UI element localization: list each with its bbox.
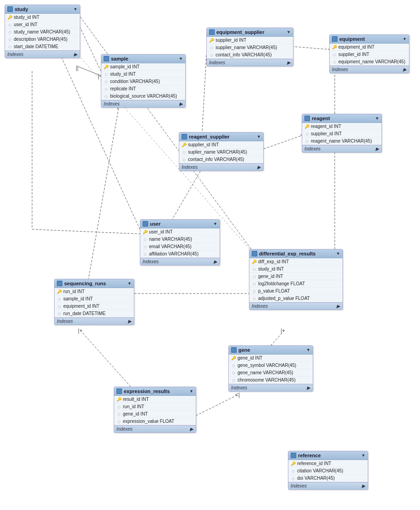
field-text: gene_symbol VARCHAR(45) (238, 363, 296, 368)
table-name-gene: gene (238, 347, 304, 353)
field-text: gene_id INT (238, 355, 262, 360)
dropdown-arrow-sample[interactable]: ▼ (179, 56, 183, 61)
fk-icon: ◇ (231, 371, 236, 375)
table-header-reagent[interactable]: reagent ▼ (302, 114, 381, 123)
dropdown-arrow-study[interactable]: ▼ (73, 7, 77, 11)
table-header-expression-results[interactable]: expression_results ▼ (114, 387, 196, 396)
table-reference[interactable]: reference ▼ 🔑 reference_id INT ◇ citatio… (288, 451, 368, 490)
indexes-arrow: ▶ (214, 259, 217, 264)
table-header-equipment[interactable]: equipment ▼ (330, 35, 409, 44)
dropdown-arrow-equipment-supplier[interactable]: ▼ (287, 30, 291, 34)
table-icon-sample (104, 56, 109, 61)
field-text: email VARCHAR(45) (149, 244, 192, 249)
field-text: study_name VARCHAR(45) (14, 29, 70, 34)
field-text: supplier_id INT (338, 52, 369, 57)
indexes-label: Indexes (252, 304, 268, 309)
svg-line-21 (170, 169, 202, 224)
table-row: ◇ suplier_name VARCHAR(45) (179, 149, 263, 156)
table-user[interactable]: user ▼ 🔑 user_id INT ◇ name VARCHAR(45) … (140, 219, 220, 266)
field-text: biological_source VARCHAR(45) (110, 94, 177, 99)
fk-icon: ◇ (182, 150, 186, 155)
fk-icon: ◇ (182, 157, 186, 162)
fk-icon: ◇ (104, 79, 108, 84)
indexes-row-equipment[interactable]: Indexes ▶ (330, 66, 409, 73)
table-equipment[interactable]: equipment ▼ 🔑 equipment_id INT ◇ supplie… (329, 34, 409, 73)
table-differential-exp-results[interactable]: differential_exp_results ▼ 🔑 diff_exp_id… (249, 249, 343, 310)
dropdown-arrow-user[interactable]: ▼ (213, 222, 217, 226)
field-text: user_id INT (14, 22, 38, 27)
indexes-arrow: ▶ (74, 52, 77, 57)
table-row: ◇ log2foldchange FLOAT (249, 280, 343, 288)
field-text: run_id INT (123, 404, 144, 409)
fk-icon: ◇ (7, 37, 12, 42)
table-header-reference[interactable]: reference ▼ (288, 451, 368, 460)
table-sequencing-runs[interactable]: sequencing_runs ▼ 🔑 run_id INT ◇ sample_… (54, 279, 134, 325)
fk-icon: ◇ (7, 44, 12, 49)
dropdown-arrow-expression-results[interactable]: ▼ (189, 389, 193, 394)
fk-icon: ◇ (143, 244, 147, 249)
fk-icon: ◇ (291, 476, 295, 481)
table-icon-equipment (332, 36, 337, 42)
table-header-differential-exp-results[interactable]: differential_exp_results ▼ (249, 249, 343, 258)
dropdown-arrow-differential-exp-results[interactable]: ▼ (336, 251, 340, 256)
fk-icon: ◇ (252, 274, 256, 279)
dropdown-arrow-equipment[interactable]: ▼ (403, 37, 407, 41)
field-text: run_id INT (63, 289, 85, 294)
table-reagent-supplier[interactable]: reagent_supplier ▼ 🔑 supplier_id INT ◇ s… (179, 132, 264, 171)
indexes-row-study[interactable]: Indexes ▶ (5, 50, 80, 58)
indexes-row-sequencing-runs[interactable]: Indexes ▶ (55, 317, 134, 325)
svg-text:<|: <| (235, 392, 240, 398)
table-name-expression-results: expression_results (124, 388, 188, 394)
indexes-label: Indexes (332, 67, 348, 72)
indexes-row-user[interactable]: Indexes ▶ (140, 258, 220, 265)
table-header-sequencing-runs[interactable]: sequencing_runs ▼ (55, 279, 134, 288)
table-reagent[interactable]: reagent ▼ 🔑 reagent_id INT ◇ supplier_id… (302, 114, 382, 153)
fk-icon: ◇ (304, 132, 309, 136)
pk-icon: 🔑 (231, 356, 236, 360)
indexes-arrow: ▶ (128, 319, 132, 324)
table-row: ◇ gene_id INT (114, 410, 196, 418)
indexes-row-gene[interactable]: Indexes ▶ (229, 384, 313, 391)
table-header-equipment-supplier[interactable]: equipment_supplier ▼ (207, 28, 293, 37)
dropdown-arrow-reagent[interactable]: ▼ (375, 116, 379, 121)
dropdown-arrow-sequencing-runs[interactable]: ▼ (127, 281, 132, 286)
field-text: supplier_name VARCHAR(45) (216, 45, 277, 50)
fk-icon: ◇ (104, 94, 108, 99)
fk-icon: ◇ (116, 412, 121, 416)
table-row: ◇ citation VARCHAR(45) (288, 467, 368, 475)
svg-line-1 (78, 67, 101, 76)
indexes-arrow: ▶ (376, 146, 379, 151)
pk-icon: 🔑 (143, 230, 147, 234)
table-row: 🔑 equipment_id INT (330, 44, 409, 51)
indexes-row-differential-exp-results[interactable]: Indexes ▶ (249, 302, 343, 310)
table-row: 🔑 reference_id INT (288, 460, 368, 467)
table-header-sample[interactable]: sample ▼ (101, 55, 185, 63)
svg-line-5 (32, 229, 140, 234)
indexes-row-reference[interactable]: Indexes ▶ (288, 482, 368, 489)
table-header-user[interactable]: user ▼ (140, 220, 220, 228)
field-text: start_date DATETIME (14, 44, 58, 49)
indexes-row-sample[interactable]: Indexes ▶ (101, 100, 185, 107)
table-expression-results[interactable]: expression_results ▼ 🔑 result_id INT ◇ r… (114, 387, 196, 433)
table-header-study[interactable]: study ▼ (5, 5, 80, 14)
svg-line-10 (202, 55, 206, 140)
field-text: description VARCHAR(45) (14, 37, 67, 42)
field-text: study_id INT (110, 72, 136, 77)
table-sample[interactable]: sample ▼ 🔑 sample_id INT ◇ study_id INT … (101, 54, 186, 108)
indexes-row-reagent-supplier[interactable]: Indexes ▶ (179, 163, 263, 171)
indexes-row-expression-results[interactable]: Indexes ▶ (114, 425, 196, 432)
indexes-row-reagent[interactable]: Indexes ▶ (302, 145, 381, 152)
dropdown-arrow-reference[interactable]: ▼ (361, 453, 365, 458)
table-study[interactable]: study ▼ 🔑 study_id INT ◇ user_id INT ◇ s… (5, 5, 80, 58)
table-row: ◇ condition VARCHAR(45) (101, 78, 185, 85)
table-equipment-supplier[interactable]: equipment_supplier ▼ 🔑 supplier_id INT ◇… (206, 28, 293, 67)
dropdown-arrow-gene[interactable]: ▼ (306, 348, 310, 352)
table-gene[interactable]: gene ▼ 🔑 gene_id INT ◇ gene_symbol VARCH… (228, 345, 313, 392)
dropdown-arrow-reagent-supplier[interactable]: ▼ (257, 134, 261, 139)
table-header-reagent-supplier[interactable]: reagent_supplier ▼ (179, 133, 263, 141)
table-row: 🔑 supplier_id INT (207, 37, 293, 44)
table-header-gene[interactable]: gene ▼ (229, 346, 313, 355)
fk-icon: ◇ (7, 30, 12, 34)
indexes-row-equipment-supplier[interactable]: Indexes ▶ (207, 59, 293, 66)
pk-icon: 🔑 (252, 260, 256, 264)
